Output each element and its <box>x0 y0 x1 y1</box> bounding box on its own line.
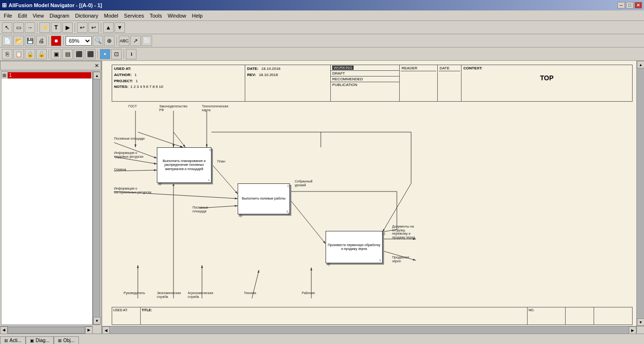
minimize-button[interactable]: ─ <box>617 2 625 9</box>
main-area: ✕ ⊞ 1 ▲ ▼ ◀ ▶ <box>0 61 644 334</box>
print-button[interactable]: 🖨 <box>36 36 47 46</box>
label-workers: Рабочие <box>302 291 315 295</box>
undo-button[interactable]: ↩ <box>77 22 87 33</box>
menu-file[interactable]: File <box>1 12 15 19</box>
info-button[interactable]: ℹ <box>126 49 136 59</box>
select-rect-tool[interactable]: ▭ <box>13 22 24 33</box>
close-button[interactable]: ✕ <box>634 2 642 9</box>
diagram-hscrollbar[interactable]: ◀ ▶ <box>102 326 636 334</box>
tab-diagram[interactable]: ▣ Diag... <box>26 336 54 344</box>
diagram-content: Выполнить планирование и распределение п… <box>112 104 633 305</box>
label-agro-service: Агрономическаяслужба <box>188 291 213 298</box>
lock-button[interactable]: 🔒 <box>25 49 35 59</box>
header-date-col: DATE <box>438 65 461 101</box>
diagram-scroll-up[interactable]: ▲ <box>637 61 644 68</box>
label-seeds: Семена <box>114 168 126 172</box>
header-meta: USED AT: AUTHOR: 1 PROJECT: 1 NOTES: 1 2… <box>112 65 245 101</box>
unlock-button[interactable]: 🔓 <box>36 49 47 59</box>
diagram-scroll-left[interactable]: ◀ <box>102 326 110 334</box>
menu-tools[interactable]: Tools <box>147 12 165 19</box>
group-button[interactable]: ▣ <box>51 49 61 59</box>
open-button[interactable]: 📂 <box>13 36 24 46</box>
copy-button[interactable]: ⎘ <box>2 49 12 59</box>
idef-box-3[interactable]: Произвести первичную обработку и продажу… <box>326 231 383 263</box>
menu-model[interactable]: Model <box>101 12 121 19</box>
left-panel-header: ✕ <box>0 61 101 70</box>
scroll-track <box>93 79 100 317</box>
draft-status: DRAFT <box>332 71 345 76</box>
zoom-select[interactable]: 69% 50% 75% 100% <box>66 36 92 46</box>
app-icon: ⊞ <box>2 2 7 9</box>
label-info-labor: Информация отрудовых ресурсах <box>114 151 144 158</box>
box1-num: 1 <box>208 179 210 182</box>
idef-box-1[interactable]: Выполнить планирование и распределение п… <box>157 147 211 183</box>
toolbar-edit: ⎘ 📋 🔒 🔓 ▣ ▤ ⬛ ⬛ ✦ ⊡ ℹ <box>0 48 644 61</box>
tree-item-red[interactable]: 1 <box>8 72 91 78</box>
idef-box-2[interactable]: Выполнить полевые работы 2 <box>238 183 290 214</box>
box2-corner-2: 2 <box>288 212 289 215</box>
tab-diagram-label: Diag... <box>36 338 49 343</box>
fit-button[interactable]: ⬜ <box>142 36 152 46</box>
menu-edit[interactable]: Edit <box>15 12 30 19</box>
scroll-down-button[interactable]: ▼ <box>93 317 101 325</box>
tree-icon: ⊞ <box>2 73 6 78</box>
arrow-right-tool[interactable]: → <box>25 22 35 33</box>
snap-button[interactable]: ✦ <box>100 49 110 59</box>
canvas-area: USED AT: AUTHOR: 1 PROJECT: 1 NOTES: 1 2… <box>102 61 644 334</box>
menu-diagram[interactable]: Diagram <box>47 12 72 19</box>
diagram-canvas: USED AT: AUTHOR: 1 PROJECT: 1 NOTES: 1 2… <box>102 61 636 326</box>
label-plan: План <box>217 160 225 163</box>
tab-objects[interactable]: ⊠ Obj... <box>54 336 79 344</box>
menu-help[interactable]: Help <box>189 12 206 19</box>
zoom-in-button[interactable]: 🔍 <box>93 36 103 46</box>
diagram-scroll-down[interactable]: ▼ <box>637 318 644 326</box>
color-button[interactable]: ■ <box>51 36 61 46</box>
save-button[interactable]: 💾 <box>25 36 35 46</box>
magnet-button[interactable]: ⊡ <box>111 49 122 59</box>
author-label: AUTHOR: <box>114 72 132 78</box>
paste-button[interactable]: 📋 <box>13 49 24 59</box>
align-right-button[interactable]: ⬛ <box>85 49 96 59</box>
box3-label: Произвести первичную обработку и продажу… <box>327 243 381 251</box>
publication-status: PUBLICATION <box>332 83 357 87</box>
lightning-tool[interactable]: ⚡ <box>39 22 50 33</box>
diagram-header: USED AT: AUTHOR: 1 PROJECT: 1 NOTES: 1 2… <box>112 65 633 102</box>
fill-down-icon[interactable]: ▼ <box>115 22 125 33</box>
new-button[interactable]: 📄 <box>2 36 12 46</box>
hscroll-left-button[interactable]: ◀ <box>0 326 8 334</box>
spell-button[interactable]: ABC <box>119 36 129 46</box>
rev-value: 18.10.2018 <box>259 72 278 78</box>
footer-used: USED AT: <box>112 307 141 325</box>
left-panel-hscrollbar[interactable]: ◀ ▶ <box>0 326 93 334</box>
arrow-tool[interactable]: ↖ <box>2 22 12 33</box>
export-button[interactable]: ↗ <box>130 36 141 46</box>
header-context: CONTEXT: TOP <box>461 65 632 101</box>
scroll-up-button[interactable]: ▲ <box>93 72 101 79</box>
hscroll-right-button[interactable]: ▶ <box>85 326 93 334</box>
menu-dictionary[interactable]: Dictionary <box>72 12 101 19</box>
pointer-tool[interactable]: ▶ <box>62 22 73 33</box>
menu-services[interactable]: Services <box>121 12 147 19</box>
maximize-button[interactable]: □ <box>626 2 634 9</box>
titlebar-controls: ─ □ ✕ <box>617 2 642 9</box>
align-left-button[interactable]: ⬛ <box>74 49 84 59</box>
text-tool[interactable]: T <box>51 22 61 33</box>
diagram-vscrollbar[interactable]: ▲ ▼ <box>636 61 644 326</box>
box1-corner-i1: I1 <box>209 148 212 152</box>
zoom-target-button[interactable]: ⊕ <box>104 36 115 46</box>
left-panel-vscrollbar[interactable]: ▲ ▼ <box>93 71 100 325</box>
objects-icon: ⊠ <box>58 338 62 343</box>
tab-activities[interactable]: ⊞ Acti... <box>0 336 26 344</box>
toolbar-drawing: ↖ ▭ → ⚡ T ▶ ↩ ↩ ▲ ▼ <box>0 21 644 34</box>
label-sowing-top: Посевные площади <box>114 137 144 141</box>
undo2-button[interactable]: ↩ <box>88 22 99 33</box>
fill-up-icon[interactable]: ▲ <box>103 22 114 33</box>
recommended-status: RECOMMENDED <box>332 77 363 81</box>
menu-view[interactable]: View <box>30 12 47 19</box>
ungroup-button[interactable]: ▤ <box>62 49 73 59</box>
tab-objects-label: Obj... <box>63 338 75 343</box>
menu-window[interactable]: Window <box>165 12 189 19</box>
panel-close-button[interactable]: ✕ <box>95 63 99 69</box>
diagram-scroll-right[interactable]: ▶ <box>629 326 636 334</box>
svg-line-22 <box>173 132 185 147</box>
